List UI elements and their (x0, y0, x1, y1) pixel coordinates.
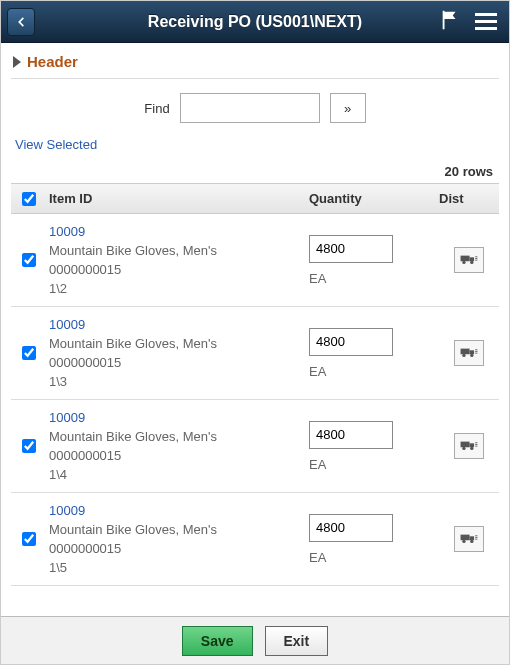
truck-icon (460, 438, 478, 455)
svg-point-10 (470, 353, 473, 356)
svg-point-3 (470, 260, 473, 263)
exit-button[interactable]: Exit (265, 626, 329, 656)
quantity-input[interactable] (309, 328, 393, 356)
svg-point-17 (470, 446, 473, 449)
distribution-button[interactable] (454, 433, 484, 459)
svg-point-2 (462, 260, 465, 263)
row-checkbox[interactable] (22, 253, 36, 267)
chevron-right-icon (13, 56, 21, 68)
quantity-input[interactable] (309, 421, 393, 449)
item-id-link[interactable]: 10009 (49, 317, 309, 332)
find-lookup-button[interactable]: » (330, 93, 366, 123)
item-line: 1\2 (49, 281, 309, 296)
svg-rect-21 (461, 534, 470, 540)
item-contract: 0000000015 (49, 541, 309, 556)
truck-icon (460, 345, 478, 362)
select-all-checkbox[interactable] (22, 192, 36, 206)
item-line: 1\3 (49, 374, 309, 389)
svg-point-23 (462, 539, 465, 542)
column-header-dist[interactable]: Dist (439, 191, 499, 206)
row-count: 20 rows (11, 158, 499, 183)
item-contract: 0000000015 (49, 355, 309, 370)
chevron-left-icon (14, 15, 28, 29)
chevron-double-right-icon: » (344, 101, 351, 116)
uom-label: EA (309, 271, 439, 286)
svg-rect-8 (470, 350, 475, 354)
divider (11, 78, 499, 79)
item-description: Mountain Bike Gloves, Men's (49, 429, 309, 444)
truck-icon (460, 252, 478, 269)
svg-rect-1 (470, 257, 475, 261)
svg-rect-15 (470, 443, 475, 447)
truck-icon (460, 531, 478, 548)
item-line: 1\4 (49, 467, 309, 482)
row-checkbox[interactable] (22, 346, 36, 360)
grid: Item ID Quantity Dist 10009Mountain Bike… (11, 183, 499, 616)
item-id-link[interactable]: 10009 (49, 224, 309, 239)
svg-point-24 (470, 539, 473, 542)
column-header-qty[interactable]: Quantity (309, 191, 439, 206)
row-checkbox[interactable] (22, 532, 36, 546)
distribution-button[interactable] (454, 340, 484, 366)
page-title: Receiving PO (US001\NEXT) (1, 13, 509, 31)
svg-rect-7 (461, 348, 470, 354)
menu-button[interactable] (475, 13, 497, 30)
uom-label: EA (309, 550, 439, 565)
item-description: Mountain Bike Gloves, Men's (49, 243, 309, 258)
column-header-item[interactable]: Item ID (45, 191, 309, 206)
item-description: Mountain Bike Gloves, Men's (49, 522, 309, 537)
find-label: Find (144, 101, 169, 116)
table-row: 10009Mountain Bike Gloves, Men's00000000… (11, 214, 499, 307)
distribution-button[interactable] (454, 247, 484, 273)
item-contract: 0000000015 (49, 262, 309, 277)
uom-label: EA (309, 457, 439, 472)
table-row: 10009Mountain Bike Gloves, Men's00000000… (11, 307, 499, 400)
view-selected-link[interactable]: View Selected (11, 133, 499, 158)
svg-rect-0 (461, 255, 470, 261)
svg-point-9 (462, 353, 465, 356)
table-row: 10009Mountain Bike Gloves, Men's00000000… (11, 400, 499, 493)
topbar: Receiving PO (US001\NEXT) (1, 1, 509, 43)
distribution-button[interactable] (454, 526, 484, 552)
quantity-input[interactable] (309, 514, 393, 542)
find-input[interactable] (180, 93, 320, 123)
svg-rect-22 (470, 536, 475, 540)
back-button[interactable] (7, 8, 35, 36)
item-id-link[interactable]: 10009 (49, 503, 309, 518)
save-button[interactable]: Save (182, 626, 253, 656)
flag-icon[interactable] (439, 9, 461, 34)
item-contract: 0000000015 (49, 448, 309, 463)
svg-rect-14 (461, 441, 470, 447)
bottombar: Save Exit (1, 616, 509, 664)
uom-label: EA (309, 364, 439, 379)
section-header-label: Header (27, 53, 78, 70)
grid-body[interactable]: 10009Mountain Bike Gloves, Men's00000000… (11, 214, 499, 616)
header-section-toggle[interactable]: Header (11, 43, 499, 78)
svg-point-16 (462, 446, 465, 449)
item-description: Mountain Bike Gloves, Men's (49, 336, 309, 351)
grid-header: Item ID Quantity Dist (11, 184, 499, 214)
quantity-input[interactable] (309, 235, 393, 263)
item-id-link[interactable]: 10009 (49, 410, 309, 425)
item-line: 1\5 (49, 560, 309, 575)
row-checkbox[interactable] (22, 439, 36, 453)
table-row: 10009Mountain Bike Gloves, Men's00000000… (11, 493, 499, 586)
